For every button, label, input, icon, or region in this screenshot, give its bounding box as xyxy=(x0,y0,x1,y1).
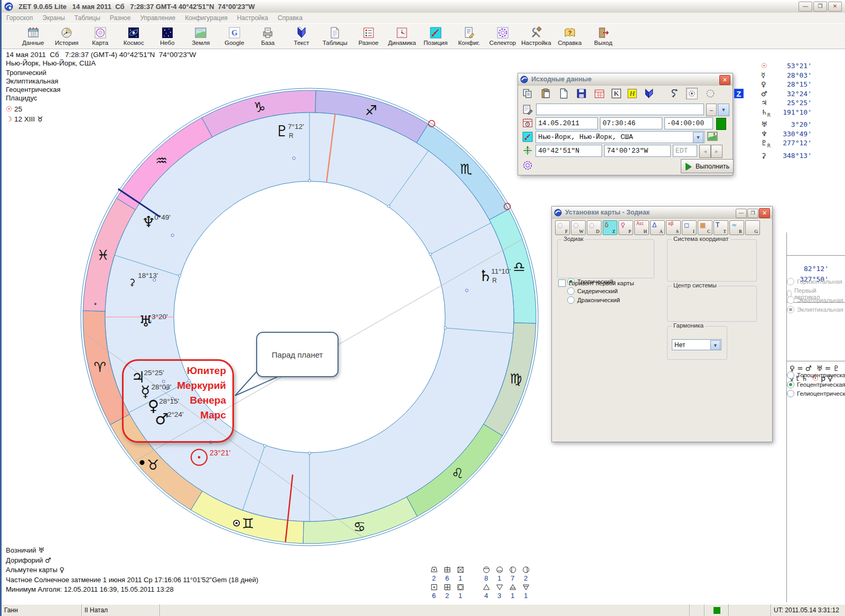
setup-tab-F[interactable]: ◌F xyxy=(555,220,570,235)
date-icon[interactable] xyxy=(522,118,533,128)
first-chart-horizon-checkbox[interactable]: Горизонт первой карты xyxy=(558,279,634,287)
date-input[interactable]: 14.05.2011 xyxy=(536,117,598,129)
mapbtn-icon xyxy=(707,131,718,142)
groupbox-caption: Система координат xyxy=(672,236,730,242)
dialog-close-button[interactable]: ✕ xyxy=(759,208,770,218)
setup-tab-T[interactable]: TT xyxy=(713,220,728,235)
status-mode: Ганн xyxy=(2,604,82,616)
map-button[interactable] xyxy=(707,131,718,142)
radio-Геоцентрическая[interactable]: Геоцентрическая xyxy=(787,381,845,388)
toolbar-button-selector[interactable]: Селектор xyxy=(486,24,520,49)
close-button[interactable]: ✕ xyxy=(828,2,842,12)
dialog-tool-dcalendar[interactable] xyxy=(594,88,605,99)
dialog-tool-save[interactable] xyxy=(576,88,587,99)
harmonic-combobox[interactable]: Нет ▼ xyxy=(672,339,721,350)
coordinate-system-groupbox: Система координат ГоризонтальнаяПервый в… xyxy=(667,239,757,282)
setup-tab-W[interactable]: ◌W xyxy=(571,220,586,235)
maximize-button[interactable]: ❐ xyxy=(813,2,827,12)
menu-item-5[interactable]: Управление xyxy=(135,13,180,23)
dialog-close-button[interactable]: ✕ xyxy=(719,75,730,85)
menu-item-7[interactable]: Настройка xyxy=(232,13,273,23)
toolbar-button-settings[interactable]: Настройка xyxy=(520,24,553,49)
initial-data-dialog-titlebar[interactable]: Исходные данные ✕ xyxy=(518,73,733,86)
dialog-tool-kbox[interactable]: K xyxy=(611,88,622,99)
settings-icon xyxy=(530,26,542,39)
event-name-input[interactable] xyxy=(536,104,704,115)
radio-Топоцентрическая[interactable]: Топоцентрическая xyxy=(787,371,845,379)
minus-button[interactable]: – xyxy=(706,104,717,116)
next-arrow-button[interactable]: ▸ xyxy=(711,145,722,158)
toolbar-button-misc[interactable]: Разное xyxy=(352,24,386,49)
timezone-input[interactable]: -04:00:00 xyxy=(664,117,713,129)
toolbar-button-config[interactable]: Конфиг. xyxy=(453,24,486,49)
menu-item-3[interactable]: Таблицы xyxy=(70,13,105,23)
dialog-tool-hbox[interactable]: H xyxy=(627,88,637,99)
title-bar: ZET 9.0.65 Lite 14 мая 2011 Сб 7:28:37 G… xyxy=(2,0,845,13)
setup-tab-S[interactable]: αβS xyxy=(666,220,681,235)
toolbar-button-calendar[interactable]: Данные xyxy=(16,24,50,49)
toolbar-button-google[interactable]: GGoogle xyxy=(218,24,251,49)
atlas-icon[interactable] xyxy=(522,160,533,171)
dialog-tool-copy[interactable] xyxy=(522,88,533,99)
menu-item-8[interactable]: Справка xyxy=(273,13,307,23)
radio-Драконический[interactable]: Драконический xyxy=(567,296,620,304)
setup-tab-P[interactable]: ♀P xyxy=(618,220,633,235)
toolbar-button-base[interactable]: База xyxy=(251,24,285,49)
prev-arrow-button[interactable]: ◂ xyxy=(699,145,711,158)
place-icon[interactable] xyxy=(522,132,533,142)
city-dropdown-button[interactable]: ▼ xyxy=(693,132,703,143)
toolbar-button-chart[interactable]: Карта xyxy=(83,24,117,49)
menu-item-1[interactable]: Гороскоп xyxy=(2,13,37,23)
timezone-status-indicator[interactable] xyxy=(716,118,726,130)
harmonic-dropdown-button[interactable]: ▼ xyxy=(710,340,720,350)
dialog-tool-dotbtn[interactable] xyxy=(686,88,698,99)
setup-tab-I[interactable]: ◻I xyxy=(682,220,697,235)
toolbar-button-sky[interactable]: Небо xyxy=(151,24,184,49)
toolbar-button-dynamics[interactable]: Динамика xyxy=(386,24,419,49)
longitude-input[interactable]: 74°00'23"W xyxy=(604,145,671,157)
dialog-tool-circbtn[interactable] xyxy=(705,88,716,99)
toolbar-button-exit[interactable]: Выход xyxy=(587,24,621,49)
setup-tab-Z[interactable]: δZ xyxy=(603,220,617,235)
dialog-title: Исходные данные xyxy=(531,76,592,83)
execute-button[interactable]: Выполнить xyxy=(681,159,734,173)
minimize-button[interactable]: — xyxy=(799,2,812,12)
dialog-tool-new[interactable] xyxy=(558,88,569,99)
toolbar-button-cosmos[interactable]: Космос xyxy=(117,24,151,49)
toolbar-button-earth[interactable]: Земля xyxy=(184,24,218,49)
radio-Сидерический[interactable]: Сидерический xyxy=(567,287,618,295)
cosmos-icon xyxy=(127,26,140,39)
svg-text:G: G xyxy=(231,29,238,37)
dialog-tool-refresh[interactable] xyxy=(669,88,680,99)
time-input[interactable]: 07:30:46 xyxy=(600,117,662,129)
dialog-minimize-button[interactable]: — xyxy=(736,209,747,218)
menu-item-2[interactable]: Экраны xyxy=(37,13,69,23)
city-combobox[interactable]: Нью-Йорк, Нью-Йорк, США ▼ xyxy=(536,131,705,143)
checkbox-icon[interactable] xyxy=(558,279,566,287)
setup-tab-H[interactable]: AscH xyxy=(634,220,649,235)
name-dropdown-button[interactable]: ▼ xyxy=(718,104,729,116)
toolbar-button-position[interactable]: Позиция xyxy=(419,24,453,49)
setup-tab-R[interactable]: ≈R xyxy=(729,220,744,235)
radio-Гелиоцентрическая[interactable]: Гелиоцентрическая xyxy=(787,390,845,397)
setup-tab-C[interactable]: ▦C xyxy=(698,220,712,235)
toolbar-button-text[interactable]: Текст xyxy=(285,24,318,49)
toolbar-button-help[interactable]: ?Справка xyxy=(553,24,587,49)
base-icon xyxy=(261,26,274,39)
setup-tab-D[interactable]: ◌D xyxy=(587,220,602,235)
dialog-maximize-button[interactable]: ❐ xyxy=(747,209,758,218)
coordinates-icon[interactable] xyxy=(522,145,533,156)
name-edit-icon[interactable] xyxy=(522,104,533,115)
latitude-input[interactable]: 40°42'51"N xyxy=(536,145,602,157)
toolbar-button-history[interactable]: История xyxy=(50,24,84,49)
setup-tab-G[interactable]: G xyxy=(745,220,760,235)
dialog-tool-paste[interactable] xyxy=(540,88,551,99)
menu-item-4[interactable]: Разное xyxy=(105,13,136,23)
calendar-icon xyxy=(27,26,40,39)
chart-setup-dialog-titlebar[interactable]: Установки карты - Зодиак — ❐ ✕ xyxy=(552,207,772,219)
menu-item-6[interactable]: Конфигурация xyxy=(180,13,232,23)
setup-tab-A[interactable]: ΔA xyxy=(650,220,665,235)
dialog-tool-zbox[interactable]: Z xyxy=(734,88,744,99)
toolbar-button-tables[interactable]: Таблицы xyxy=(318,24,352,49)
dialog-tool-tag[interactable] xyxy=(644,88,654,99)
